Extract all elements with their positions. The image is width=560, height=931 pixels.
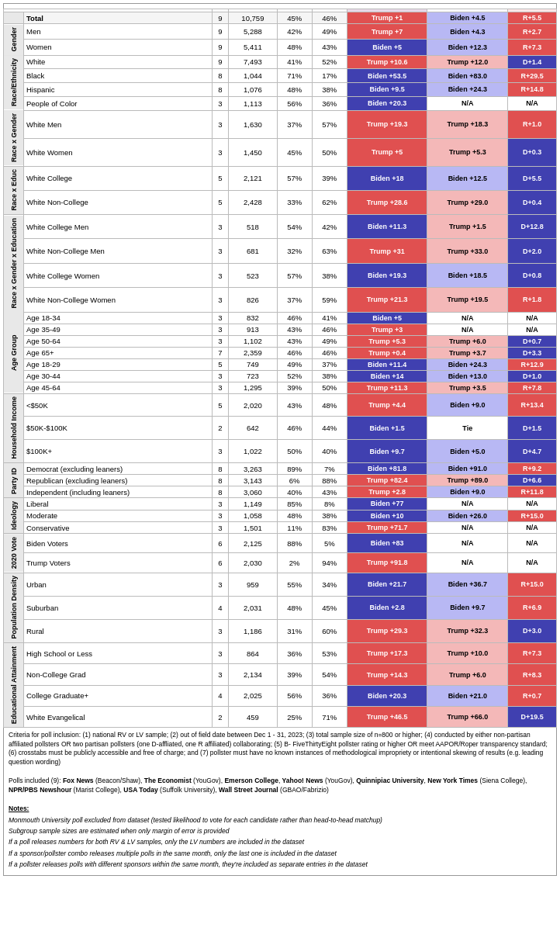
- nsize-cell: 2,121: [229, 166, 278, 190]
- shift-cell: N/A: [508, 324, 557, 335]
- nsize-cell: 518: [229, 215, 278, 239]
- nsize-cell: 832: [229, 312, 278, 324]
- avg-cell: N/A: [427, 534, 508, 553]
- polls-included-text: Polls included (9): Fox News (Beacon/Sha…: [9, 777, 551, 794]
- avg-cell: Biden +83.0: [427, 69, 508, 83]
- category-cell: Race/Ethnicity: [4, 55, 24, 110]
- demo-cell: Rural: [24, 619, 213, 642]
- lead-cell: Biden +9.7: [347, 440, 427, 463]
- polls-cell: 8: [212, 475, 228, 486]
- polls-cell: 8: [212, 83, 228, 97]
- nsize-cell: 826: [229, 288, 278, 312]
- biden-cell: 40%: [277, 486, 312, 498]
- nsize-cell: 1,113: [229, 96, 278, 110]
- table-row: Race x Educ White College 5 2,121 57% 39…: [4, 166, 557, 190]
- biden-cell: 43%: [277, 393, 312, 417]
- category-cell: Educational Attainment: [4, 643, 24, 728]
- polls-cell: 8: [212, 486, 228, 498]
- demo-cell: Biden Voters: [24, 534, 213, 553]
- polls-cell: 9: [212, 24, 228, 40]
- lead-cell: Biden +20.3: [347, 685, 427, 706]
- table-row: Gender Men 9 5,288 42% 49% Trump +7 Bide…: [4, 24, 557, 40]
- shift-cell: N/A: [508, 312, 557, 324]
- trump-cell: 54%: [312, 664, 347, 685]
- shift-cell: D+0.7: [508, 335, 557, 347]
- demo-cell: Age 45-64: [24, 382, 213, 393]
- nsize-cell: 5,288: [229, 24, 278, 40]
- lead-cell: Biden +9.5: [347, 83, 427, 97]
- polls-cell: 3: [212, 510, 228, 521]
- table-row: People of Color 3 1,113 56% 36% Biden +2…: [4, 96, 557, 110]
- demo-cell: $100K+: [24, 440, 213, 463]
- shift-cell: R+1.8: [508, 288, 557, 312]
- avg-cell: Trump +5.3: [427, 138, 508, 166]
- table-row: Age 65+ 7 2,359 46% 46% Trump +0.4 Trump…: [4, 347, 557, 358]
- trump-cell: 46%: [312, 324, 347, 335]
- lead-cell: Biden +5: [347, 40, 427, 55]
- avg-cell: Trump +10.0: [427, 643, 508, 664]
- table-row: White Women 3 1,450 45% 50% Trump +5 Tru…: [4, 138, 557, 166]
- table-row: Conservative 3 1,501 11% 83% Trump +71.7…: [4, 521, 557, 533]
- trump-cell: 38%: [312, 510, 347, 521]
- shift-cell: R+6.9: [508, 596, 557, 619]
- trump-cell: 48%: [312, 393, 347, 417]
- biden-cell: 37%: [277, 288, 312, 312]
- title-section: [3, 3, 557, 9]
- avg-cell: Biden +9.0: [427, 393, 508, 417]
- table-row: Race x Gender x Education White College …: [4, 215, 557, 239]
- avg-cell: Trump +3.5: [427, 382, 508, 393]
- table-row: Suburban 4 2,031 48% 45% Biden +2.8 Bide…: [4, 596, 557, 619]
- biden-cell: 45%: [277, 138, 312, 166]
- category-cell: Household Income: [4, 393, 24, 463]
- trump-cell: 44%: [312, 417, 347, 440]
- lead-cell: Trump +71.7: [347, 521, 427, 533]
- avg-cell: Biden +12.3: [427, 40, 508, 55]
- shift-cell: D+3.3: [508, 347, 557, 358]
- lead-cell: Biden +18: [347, 166, 427, 190]
- polls-cell: 3: [212, 619, 228, 642]
- avg-cell: Biden +26.0: [427, 510, 508, 521]
- lead-cell: Trump +1: [347, 12, 427, 24]
- lead-cell: Trump +14.3: [347, 664, 427, 685]
- demo-cell: Republican (excluding leaners): [24, 475, 213, 486]
- lead-cell: Trump +7: [347, 24, 427, 40]
- shift-cell: R+13.4: [508, 393, 557, 417]
- shift-cell: R+12.9: [508, 358, 557, 370]
- table-row: Age Group Age 18-34 3 832 46% 41% Biden …: [4, 312, 557, 324]
- trump-cell: 42%: [312, 215, 347, 239]
- polls-cell: 9: [212, 12, 228, 24]
- biden-cell: 36%: [277, 643, 312, 664]
- lead-cell: Biden +81.8: [347, 463, 427, 475]
- demo-cell: White College: [24, 166, 213, 190]
- table-row: Independent (including leaners) 8 3,060 …: [4, 486, 557, 498]
- avg-cell: Tie: [427, 417, 508, 440]
- shift-cell: D+1.5: [508, 417, 557, 440]
- table-row: Age 18-29 5 749 49% 37% Biden +11.4 Bide…: [4, 358, 557, 370]
- criteria-text: Criteria for poll inclusion: (1) nationa…: [9, 731, 551, 767]
- nsize-cell: 2,030: [229, 553, 278, 573]
- table-row: Trump Voters 6 2,030 2% 94% Trump +91.8 …: [4, 553, 557, 573]
- lead-cell: Biden +5: [347, 312, 427, 324]
- lead-cell: Biden +77: [347, 498, 427, 510]
- lead-cell: Biden +21.7: [347, 573, 427, 596]
- trump-cell: 5%: [312, 534, 347, 553]
- category-cell: Ideology: [4, 498, 24, 534]
- lead-cell: Trump +10.6: [347, 55, 427, 69]
- demo-cell: Non-College Grad: [24, 664, 213, 685]
- lead-cell: Biden +14: [347, 370, 427, 382]
- biden-cell: 52%: [277, 370, 312, 382]
- polls-cell: 5: [212, 166, 228, 190]
- avg-cell: Trump +3.7: [427, 347, 508, 358]
- trump-cell: 60%: [312, 619, 347, 642]
- nsize-cell: 1,149: [229, 498, 278, 510]
- shift-cell: D+0.8: [508, 263, 557, 287]
- biden-cell: 85%: [277, 498, 312, 510]
- demo-cell: Hispanic: [24, 83, 213, 97]
- trump-cell: 36%: [312, 685, 347, 706]
- shift-cell: R+7.8: [508, 382, 557, 393]
- table-row: White Non-College Women 3 826 37% 59% Tr…: [4, 288, 557, 312]
- table-row: Age 45-64 3 1,295 39% 50% Trump +11.3 Tr…: [4, 382, 557, 393]
- polls-cell: 3: [212, 664, 228, 685]
- shift-cell: R+9.2: [508, 463, 557, 475]
- nsize-cell: 2,031: [229, 596, 278, 619]
